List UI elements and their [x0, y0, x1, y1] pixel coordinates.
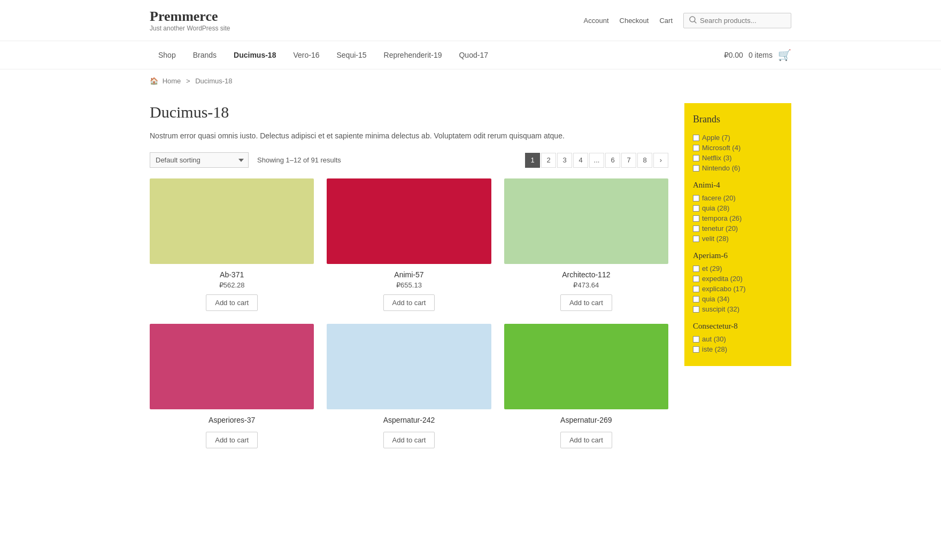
header-top: Premmerce Just another WordPress site Ac… [0, 0, 941, 41]
sidebar-link-facere[interactable]: facere (20) [693, 194, 783, 202]
cart-icon[interactable]: 🛒 [778, 49, 791, 61]
product-name-architecto112: Architecto-112 [562, 270, 610, 279]
logo-title[interactable]: Premmerce [150, 9, 230, 25]
product-area: Ducimus-18 Nostrum error quasi omnis ius… [150, 103, 668, 448]
page-btn-8[interactable]: 8 [637, 153, 652, 168]
category-title: Ducimus-18 [150, 103, 668, 121]
product-image-architecto112 [504, 178, 668, 264]
svg-line-1 [695, 21, 696, 23]
account-link[interactable]: Account [584, 17, 609, 25]
sort-select[interactable]: Default sorting Sort by popularity Sort … [150, 152, 249, 168]
products-toolbar: Default sorting Sort by popularity Sort … [150, 152, 668, 168]
product-name-aspernatur242: Aspernatur-242 [383, 416, 435, 424]
page-btn-7[interactable]: 7 [621, 153, 636, 168]
page-btn-1[interactable]: 1 [525, 153, 540, 168]
page-btn-ellipsis: ... [589, 153, 604, 168]
nav-brands[interactable]: Brands [184, 41, 225, 69]
product-image-animi57 [327, 178, 491, 264]
sidebar-link-iste[interactable]: iste (28) [693, 345, 783, 353]
product-card-aspernatur242: Aspernatur-242 Add to cart [327, 324, 491, 448]
cart-items: 0 items [749, 51, 773, 59]
sidebar-animi-title: Animi-4 [693, 181, 783, 190]
cart-area[interactable]: ₽0.00 0 items 🛒 [724, 49, 791, 61]
product-image-aspernatur269 [504, 324, 668, 409]
pagination: 1 2 3 4 ... 6 7 8 › [525, 153, 668, 168]
product-name-aspernatur269: Aspernatur-269 [560, 416, 612, 424]
sidebar-link-netflix[interactable]: Netflix (3) [693, 154, 783, 162]
product-name-ab371: Ab-371 [220, 270, 244, 279]
add-to-cart-asperiores37[interactable]: Add to cart [206, 432, 258, 448]
page-btn-next[interactable]: › [653, 153, 668, 168]
sidebar-aperiam-title: Aperiam-6 [693, 251, 783, 260]
logo-area: Premmerce Just another WordPress site [150, 9, 230, 32]
product-price-architecto112: ₽473.64 [573, 281, 599, 289]
sidebar-link-aut[interactable]: aut (30) [693, 335, 783, 343]
results-count: Showing 1–12 of 91 results [257, 156, 341, 164]
sidebar-link-velit[interactable]: velit (28) [693, 235, 783, 243]
sidebar-link-expedita[interactable]: expedita (20) [693, 275, 783, 283]
sidebar-link-quia-animi[interactable]: quia (28) [693, 204, 783, 212]
nav-vero[interactable]: Vero-16 [284, 41, 328, 69]
header-nav-right: Account Checkout Cart [584, 13, 791, 28]
sidebar-link-et[interactable]: et (29) [693, 265, 783, 273]
sidebar-link-nintendo[interactable]: Nintendo (6) [693, 164, 783, 172]
product-card-asperiores37: Asperiores-37 Add to cart [150, 324, 314, 448]
nav-quod[interactable]: Quod-17 [450, 41, 496, 69]
product-name-asperiores37: Asperiores-37 [209, 416, 255, 424]
sidebar-link-apple[interactable]: Apple (7) [693, 134, 783, 142]
nav-reprehenderit[interactable]: Reprehenderit-19 [375, 41, 451, 69]
nav-ducimus[interactable]: Ducimus-18 [225, 41, 284, 69]
page-btn-6[interactable]: 6 [605, 153, 620, 168]
product-card-animi57: Animi-57 ₽655.13 Add to cart [327, 178, 491, 311]
nav-sequi[interactable]: Sequi-15 [328, 41, 375, 69]
breadcrumb-current: Ducimus-18 [195, 77, 232, 85]
search-box [683, 13, 791, 28]
add-to-cart-aspernatur269[interactable]: Add to cart [560, 432, 612, 448]
add-to-cart-aspernatur242[interactable]: Add to cart [383, 432, 435, 448]
page-btn-4[interactable]: 4 [573, 153, 588, 168]
add-to-cart-animi57[interactable]: Add to cart [383, 294, 435, 311]
sidebar-link-quia-aperiam[interactable]: quia (34) [693, 295, 783, 303]
product-price-animi57: ₽655.13 [396, 281, 422, 289]
sidebar-link-suscipit[interactable]: suscipit (32) [693, 305, 783, 313]
breadcrumb-home[interactable]: Home [163, 77, 181, 85]
page-btn-3[interactable]: 3 [557, 153, 572, 168]
product-card-ab371: Ab-371 ₽562.28 Add to cart [150, 178, 314, 311]
sidebar-widget-title: Brands [693, 114, 783, 125]
sidebar: Brands Apple (7) Microsoft (4) Netflix (… [684, 103, 791, 448]
nav-bar: Shop Brands Ducimus-18 Vero-16 Sequi-15 … [0, 41, 941, 69]
product-image-asperiores37 [150, 324, 314, 409]
nav-shop[interactable]: Shop [150, 41, 184, 69]
product-card-aspernatur269: Aspernatur-269 Add to cart [504, 324, 668, 448]
cart-link[interactable]: Cart [659, 17, 673, 25]
sidebar-widget: Brands Apple (7) Microsoft (4) Netflix (… [684, 103, 791, 366]
sidebar-link-microsoft[interactable]: Microsoft (4) [693, 144, 783, 152]
breadcrumb: 🏠 Home > Ducimus-18 [0, 69, 941, 92]
cart-price: ₽0.00 [724, 51, 743, 59]
product-name-animi57: Animi-57 [394, 270, 423, 279]
search-input[interactable] [700, 17, 785, 25]
page-btn-2[interactable]: 2 [541, 153, 556, 168]
logo-sub: Just another WordPress site [150, 25, 230, 32]
sidebar-consectetur-title: Consectetur-8 [693, 322, 783, 331]
sidebar-link-tenetur[interactable]: tenetur (20) [693, 224, 783, 232]
add-to-cart-ab371[interactable]: Add to cart [206, 294, 258, 311]
product-image-ab371 [150, 178, 314, 264]
product-price-ab371: ₽562.28 [219, 281, 245, 289]
sidebar-link-tempora[interactable]: tempora (26) [693, 214, 783, 222]
breadcrumb-sep: > [186, 77, 190, 85]
nav-links: Shop Brands Ducimus-18 Vero-16 Sequi-15 … [150, 41, 497, 69]
checkout-link[interactable]: Checkout [620, 17, 649, 25]
product-image-aspernatur242 [327, 324, 491, 409]
product-card-architecto112: Architecto-112 ₽473.64 Add to cart [504, 178, 668, 311]
add-to-cart-architecto112[interactable]: Add to cart [560, 294, 612, 311]
search-icon [689, 16, 697, 25]
sidebar-link-explicabo[interactable]: explicabo (17) [693, 285, 783, 293]
category-desc: Nostrum error quasi omnis iusto. Delectu… [150, 130, 668, 142]
home-icon: 🏠 [150, 77, 158, 85]
product-grid: Ab-371 ₽562.28 Add to cart Animi-57 ₽655… [150, 178, 668, 448]
main-content: Ducimus-18 Nostrum error quasi omnis ius… [0, 92, 941, 459]
